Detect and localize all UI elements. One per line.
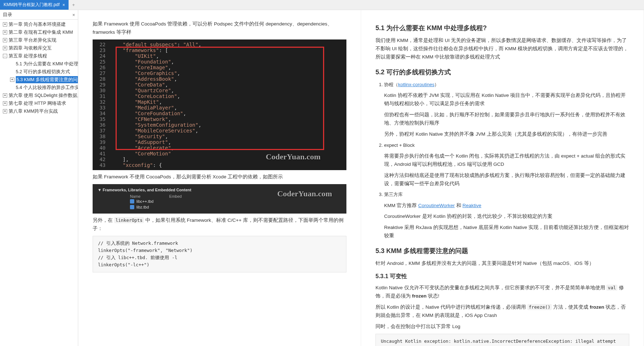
link-reaktive[interactable]: Reaktive <box>462 203 481 208</box>
page-right: 5.1 为什么需要在 KMM 中处理多线程? 我们使用 KMM，通常是处理和 U… <box>361 10 644 346</box>
xcode-row: libc++.tbd <box>98 198 341 204</box>
expander-icon[interactable]: + <box>10 78 14 82</box>
paragraph: CoroutineWorker 是对 Kotlin 协程的封装，迭代比较少，不算… <box>384 212 629 221</box>
toc-label: 5.3 KMM 多线程需要注意的问题 <box>16 76 78 83</box>
code-block-podspec: 22 "default_subspecs": "All",23 "framewo… <box>93 39 346 170</box>
toc-item[interactable]: +5.3 KMM 多线程需要注意的问题 <box>0 76 78 84</box>
list-item: 协程（kotlinx-coroutines） Kotlin 协程不依赖于 JVM… <box>384 81 629 139</box>
heading-52: 5.2 可行的多线程切换方式 <box>375 68 629 76</box>
link-coroutineworker[interactable]: CoroutineWorker <box>418 203 455 208</box>
toc-item[interactable]: +第八章 KMM跨平台实战 <box>0 107 78 115</box>
toc-label: 5.4 个人比较推荐的异步工作实现方案 <box>16 84 78 91</box>
file-icon <box>130 199 134 204</box>
toc-item[interactable]: 5.1 为什么需要在 KMM 中处理多线程? <box>0 60 78 68</box>
toc-title: 目录 <box>3 11 12 18</box>
link-coroutines[interactable]: kotlinx-coroutines <box>398 82 434 87</box>
tab-add-button[interactable]: + <box>69 0 79 10</box>
xcode-section-title: ▼ Frameworks, Libraries, and Embedded Co… <box>98 188 341 192</box>
paragraph: 同时，会在控制台中打出以下异常 Log <box>375 323 629 331</box>
file-icon <box>130 205 134 209</box>
toc-label: 第七章 处理 HTTP 网络请求 <box>9 100 66 107</box>
paragraph: Kotlin Native 仅允许不可变状态的变量在多线程之间共享，但它所要求的… <box>375 284 629 300</box>
toc-header: 目录 × <box>0 10 78 20</box>
toc-label: 第六章 使用 SQLDelight 操作数据库 <box>9 92 78 99</box>
toc-item[interactable]: 5.2 可行的多线程切换方式 <box>0 68 78 76</box>
tab-title: KMM跨平台框架入门教程.pdf <box>4 2 60 8</box>
xcode-col-embed: Embed <box>169 194 182 198</box>
toc-item[interactable]: +第四章 与依赖库交互 <box>0 44 78 52</box>
code-block-exception: Uncaught Kotlin exception: kotlin.native… <box>375 334 629 346</box>
xcode-col-name: Name <box>130 194 140 198</box>
heading-531: 5.3.1 可变性 <box>375 273 629 280</box>
toc-sidebar: 目录 × +第一章 简介与基本环境搭建+第二章 在现有工程中集成 KMM+第三章… <box>0 10 78 346</box>
inline-code: linkerOpts <box>114 217 144 223</box>
toc-item[interactable]: -第五章 处理多线程 <box>0 52 78 60</box>
paragraph: 这种方法归根结底还是使用了现有比较成熟的多线程方案，执行顺序比较容易控制，但需要… <box>384 172 629 188</box>
expander-icon[interactable]: + <box>3 109 7 113</box>
toc-item[interactable]: 5.4 个人比较推荐的异步工作实现方案 <box>0 84 78 92</box>
toc-label: 第一章 简介与基本环境搭建 <box>9 21 66 28</box>
paragraph: 但协程也有一些问题，比如，执行顺序不好控制，如果需要异步且串行地执行一系列任务，… <box>384 111 629 127</box>
heading-51: 5.1 为什么需要在 KMM 中处理多线程? <box>375 24 629 32</box>
toc-label: 第三章 平台差异化实现 <box>9 37 56 44</box>
expander-icon[interactable]: + <box>3 101 7 106</box>
toc-item[interactable]: +第一章 简介与基本环境搭建 <box>0 20 78 28</box>
list-item: 第三方库 KMM 官方推荐 CoroutineWorker 和 Reaktive… <box>384 191 629 240</box>
paragraph: 如果 Framework 不使用 CocoaPods，那么则需要分析 Xcode… <box>93 173 346 181</box>
code-block-linkeropts: // 引入系统的 Network.framework linkerOpts("-… <box>93 236 346 272</box>
expander-icon[interactable]: - <box>3 54 7 58</box>
paragraph: 如果 Framework 使用 CocoaPods 管理依赖，可以分析 Pods… <box>93 20 346 37</box>
paragraph: 我们使用 KMM，通常是处理和 UI 无关的业务逻辑，所以多数情况是网络请求、数… <box>375 37 629 61</box>
paragraph: Kotlin 协程不依赖于 JVM 实现，可以应用在 Kotlin Native… <box>384 92 629 108</box>
expander-icon[interactable]: + <box>3 22 7 27</box>
tab-bar: KMM跨平台框架入门教程.pdf × + <box>0 0 644 10</box>
toc-label: 第五章 处理多线程 <box>9 52 47 60</box>
toc-item[interactable]: +第二章 在现有工程中集成 KMM <box>0 28 78 36</box>
expander-icon[interactable]: + <box>3 30 7 34</box>
toc-label: 第二章 在现有工程中集成 KMM <box>9 29 73 36</box>
toc-item[interactable]: +第七章 处理 HTTP 网络请求 <box>0 99 78 107</box>
inline-code: val <box>606 285 617 291</box>
xcode-row: libz.tbd <box>98 204 341 210</box>
expander-icon[interactable]: + <box>3 38 7 42</box>
paragraph: 针对 Android，KMM 多线程并没有太大的问题，其主要问题是针对 Nati… <box>375 260 629 268</box>
toc-label: 5.2 可行的多线程切换方式 <box>16 68 70 75</box>
toc-label: 第八章 KMM跨平台实战 <box>9 108 58 115</box>
toc-list: +第一章 简介与基本环境搭建+第二章 在现有工程中集成 KMM+第三章 平台差异… <box>0 20 78 116</box>
xcode-frameworks-box: ▼ Frameworks, Libraries, and Embedded Co… <box>93 184 346 214</box>
heading-53: 5.3 KMM 多线程需要注意的问题 <box>375 247 629 255</box>
tab-close-icon[interactable]: × <box>62 3 65 8</box>
toc-label: 第四章 与依赖库交互 <box>9 45 52 52</box>
toc-label: 5.1 为什么需要在 KMM 中处理多线程? <box>16 60 78 67</box>
paragraph: 另外，在 linkerOpts 中，如果引用系统 Framework、标准 C/… <box>93 216 346 233</box>
list-item: expect + Block 将需要异步执行的任务包成一个 Kotlin 闭包，… <box>384 141 629 188</box>
paragraph: Reaktive 采用 RxJava 的实现思想，Native 底层采用 Kot… <box>384 224 629 240</box>
toc-close-icon[interactable]: × <box>72 12 75 18</box>
paragraph: 将需要异步执行的任务包成一个 Kotlin 闭包，实际将其扔进工作线程的方法，由… <box>384 152 629 169</box>
inline-code: freeze() <box>527 304 552 310</box>
paragraph: 另外，协程对 Kotlin Native 支持的并不像 JVM 上那么完美（尤其… <box>384 130 629 139</box>
expander-icon[interactable]: + <box>3 93 7 98</box>
paragraph: 所以 Kotlin 的设计是，Native 代码中进行跨线程对象传递，必须调用 … <box>375 303 629 320</box>
paragraph: KMM 官方推荐 CoroutineWorker 和 Reaktive <box>384 202 629 210</box>
tab-active[interactable]: KMM跨平台框架入门教程.pdf × <box>0 0 69 10</box>
page-left: 如果 Framework 使用 CocoaPods 管理依赖，可以分析 Pods… <box>78 10 361 346</box>
toc-item[interactable]: +第六章 使用 SQLDelight 操作数据库 <box>0 92 78 99</box>
toc-item[interactable]: +第三章 平台差异化实现 <box>0 36 78 44</box>
expander-icon[interactable]: + <box>3 46 7 50</box>
